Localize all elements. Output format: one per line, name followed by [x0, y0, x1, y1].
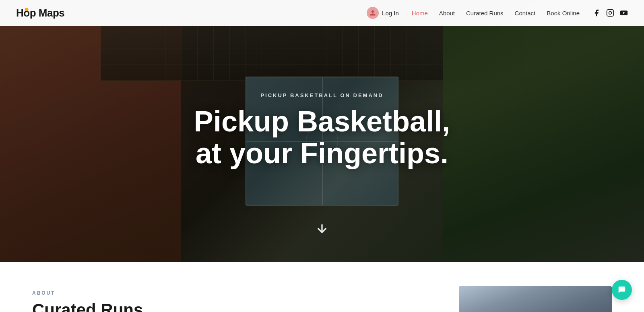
login-button[interactable]: Log In: [367, 7, 399, 19]
header-right: Log In Home About Curated Runs Contact B…: [367, 7, 628, 19]
site-header: Hop Maps Log In Home About Curated Runs …: [0, 0, 644, 26]
social-links: [592, 9, 628, 17]
hero-title-line1: Pickup Basketball,: [194, 105, 450, 137]
court-image-overlay: [459, 286, 612, 312]
logo-text-h: H: [16, 7, 23, 19]
about-image: COURT RULES: [459, 286, 612, 312]
nav-contact[interactable]: Contact: [515, 10, 536, 17]
hero-scroll-arrow[interactable]: [316, 222, 328, 238]
hero-content: PICKUP BASKETBALL ON DEMAND Pickup Baske…: [194, 92, 450, 169]
about-title: Curated Runs: [32, 301, 435, 312]
nav-curated-runs[interactable]: Curated Runs: [466, 10, 504, 17]
nav-home[interactable]: Home: [412, 10, 428, 17]
youtube-icon[interactable]: [620, 9, 628, 17]
logo[interactable]: Hop Maps: [16, 7, 64, 19]
logo-text-rest: p Maps: [30, 7, 65, 19]
about-label: ABOUT: [32, 290, 435, 296]
login-label: Log In: [382, 10, 399, 17]
chat-bubble[interactable]: [612, 280, 632, 300]
hero-title: Pickup Basketball, at your Fingertips.: [194, 106, 450, 169]
nav-book-online[interactable]: Book Online: [547, 10, 580, 17]
about-text: ABOUT Curated Runs: [32, 286, 435, 312]
hero-title-line2: at your Fingertips.: [196, 137, 448, 170]
hero-subtitle: PICKUP BASKETBALL ON DEMAND: [194, 92, 450, 98]
user-icon: [367, 7, 379, 19]
logo-o: o: [23, 7, 29, 19]
facebook-icon[interactable]: [592, 9, 601, 17]
about-section: ABOUT Curated Runs COURT RULES: [0, 262, 644, 312]
svg-rect-0: [607, 10, 614, 17]
instagram-icon[interactable]: [606, 9, 614, 17]
hero-section: PICKUP BASKETBALL ON DEMAND Pickup Baske…: [0, 0, 644, 262]
main-nav: Home About Curated Runs Contact Book Onl…: [412, 10, 580, 17]
nav-about[interactable]: About: [439, 10, 455, 17]
